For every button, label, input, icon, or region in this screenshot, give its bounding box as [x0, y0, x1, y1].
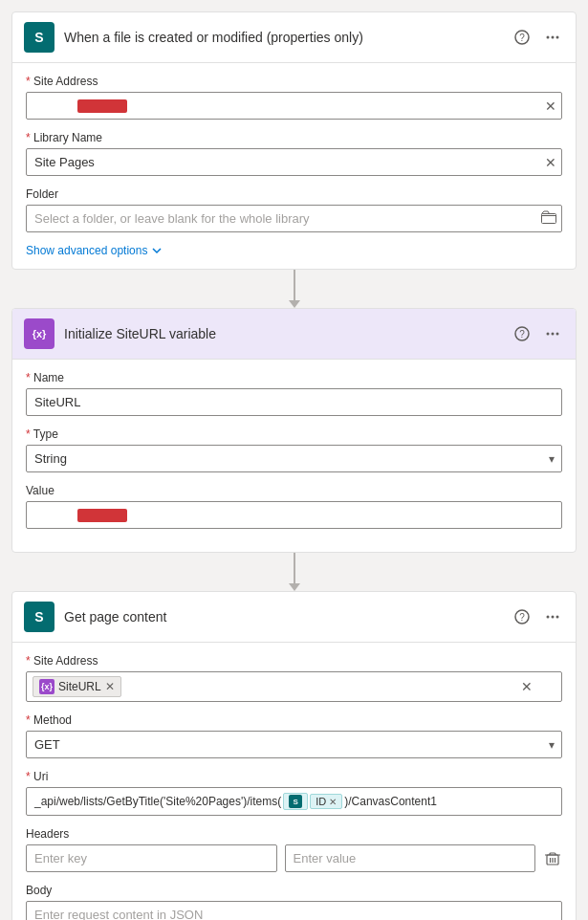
- variable-value-label: Value: [26, 484, 562, 497]
- uri-suffix-text: )/CanvasContent1: [344, 795, 437, 808]
- variable-type-select-wrap: String Integer Float Boolean Array Objec…: [26, 445, 562, 472]
- trigger-actions: ?: [511, 28, 564, 47]
- variable-icon: {x}: [24, 318, 54, 349]
- folder-input-wrap: [26, 205, 562, 232]
- body-input-wrap: [26, 901, 562, 920]
- connector-line-1: [294, 270, 295, 300]
- variable-name-input[interactable]: [26, 388, 562, 416]
- variable-name-label: * Name: [26, 371, 562, 384]
- method-select[interactable]: GET POST PUT PATCH DELETE: [26, 731, 562, 758]
- init-variable-card-header: {x} Initialize SiteURL variable ?: [12, 309, 576, 360]
- get-page-help-button[interactable]: ?: [511, 607, 534, 626]
- library-name-field: * Library Name ✕: [26, 131, 562, 176]
- siteurl-chip: {x} SiteURL ✕: [33, 676, 121, 697]
- get-page-card-body: * Site Address {x} SiteURL ✕ ✕ * Method: [12, 643, 576, 920]
- body-input[interactable]: [26, 901, 562, 920]
- library-name-input-wrap: ✕: [26, 148, 562, 176]
- trigger-help-button[interactable]: ?: [511, 28, 534, 47]
- get-page-card-header: S Get page content ?: [12, 592, 576, 643]
- get-page-icon: S: [24, 602, 54, 632]
- folder-label: Folder: [26, 187, 562, 201]
- svg-point-2: [547, 36, 550, 39]
- init-variable-card: {x} Initialize SiteURL variable ? * Name: [11, 308, 577, 553]
- connector-line-2: [294, 553, 295, 583]
- svg-point-14: [552, 616, 555, 619]
- variable-value-redact: [77, 509, 127, 522]
- variable-type-label: * Type: [26, 427, 562, 441]
- library-name-input[interactable]: [26, 148, 562, 176]
- folder-input[interactable]: [26, 205, 562, 232]
- connector-1: [289, 270, 300, 308]
- body-field: Body: [26, 884, 562, 920]
- folder-picker-button[interactable]: [541, 210, 556, 227]
- folder-field: Folder: [26, 187, 562, 232]
- uri-token-id: ID ✕: [310, 794, 342, 809]
- get-site-address-label: * Site Address: [26, 654, 562, 668]
- get-page-actions: ?: [511, 607, 564, 626]
- trigger-more-button[interactable]: [541, 28, 564, 47]
- svg-point-3: [552, 36, 555, 39]
- body-label: Body: [26, 884, 562, 897]
- connector-2: [289, 553, 300, 591]
- svg-text:?: ?: [519, 33, 525, 43]
- get-site-address-field: * Site Address {x} SiteURL ✕ ✕: [26, 654, 562, 702]
- svg-point-13: [547, 616, 550, 619]
- svg-text:?: ?: [519, 612, 525, 623]
- uri-token-id-label: ID: [316, 796, 326, 807]
- site-address-label: * Site Address: [26, 75, 562, 88]
- trigger-card: S When a file is created or modified (pr…: [11, 11, 577, 270]
- variable-name-field: * Name: [26, 371, 562, 416]
- headers-field: Headers: [26, 827, 562, 872]
- variable-type-field: * Type String Integer Float Boolean Arra…: [26, 427, 562, 472]
- variable-value-input-wrap: [26, 501, 562, 529]
- headers-delete-button[interactable]: [543, 849, 562, 868]
- headers-label: Headers: [26, 827, 562, 841]
- site-address-input-wrap: ✕: [26, 92, 562, 120]
- method-field: * Method GET POST PUT PATCH DELETE ▾: [26, 713, 562, 758]
- site-address-tags-clear-button[interactable]: ✕: [521, 679, 533, 694]
- method-label: * Method: [26, 713, 562, 727]
- uri-token-s-icon: S: [289, 795, 302, 808]
- init-variable-help-button[interactable]: ?: [511, 324, 534, 343]
- headers-value-input[interactable]: [285, 844, 536, 872]
- uri-field: * Uri _api/web/lists/GetByTitle('Site%20…: [26, 770, 562, 816]
- siteurl-chip-icon: {x}: [39, 679, 54, 694]
- connector-arrow-1: [289, 300, 300, 308]
- connector-arrow-2: [289, 583, 300, 591]
- siteurl-chip-label: SiteURL: [58, 680, 101, 693]
- trigger-card-body: * Site Address ✕ * Library Name ✕: [12, 63, 576, 269]
- get-site-address-tags-input[interactable]: {x} SiteURL ✕ ✕: [26, 671, 562, 702]
- headers-row: [26, 844, 562, 872]
- headers-key-input[interactable]: [26, 844, 277, 872]
- uri-prefix-text: _api/web/lists/GetByTitle('Site%20Pages'…: [34, 795, 281, 808]
- siteurl-chip-close-button[interactable]: ✕: [105, 680, 115, 693]
- svg-point-9: [552, 333, 555, 336]
- svg-text:?: ?: [519, 329, 525, 340]
- uri-token-id-close[interactable]: ✕: [329, 797, 337, 807]
- init-variable-title: Initialize SiteURL variable: [64, 326, 501, 341]
- variable-value-field: Value: [26, 484, 562, 529]
- library-name-clear-button[interactable]: ✕: [545, 155, 556, 170]
- init-variable-card-body: * Name * Type String Integer Float Boole…: [12, 360, 576, 552]
- site-address-field: * Site Address ✕: [26, 75, 562, 120]
- trigger-card-header: S When a file is created or modified (pr…: [12, 12, 576, 63]
- get-page-more-button[interactable]: [541, 607, 564, 626]
- svg-point-10: [556, 333, 559, 336]
- variable-type-select[interactable]: String Integer Float Boolean Array Objec…: [26, 445, 562, 472]
- uri-input[interactable]: _api/web/lists/GetByTitle('Site%20Pages'…: [26, 787, 562, 816]
- variable-name-input-wrap: [26, 388, 562, 416]
- init-variable-more-button[interactable]: [541, 324, 564, 343]
- trigger-title: When a file is created or modified (prop…: [64, 30, 501, 45]
- site-address-clear-button[interactable]: ✕: [545, 99, 556, 114]
- library-name-label: * Library Name: [26, 131, 562, 144]
- uri-label: * Uri: [26, 770, 562, 783]
- site-address-redact: [77, 99, 127, 113]
- method-select-wrap: GET POST PUT PATCH DELETE ▾: [26, 731, 562, 758]
- init-variable-actions: ?: [511, 324, 564, 343]
- get-page-card: S Get page content ? * Site Address: [11, 591, 577, 920]
- show-advanced-button[interactable]: Show advanced options: [26, 244, 163, 257]
- trigger-icon: S: [24, 22, 54, 53]
- svg-point-8: [547, 333, 550, 336]
- svg-point-15: [556, 616, 559, 619]
- uri-token-s: S: [283, 793, 308, 810]
